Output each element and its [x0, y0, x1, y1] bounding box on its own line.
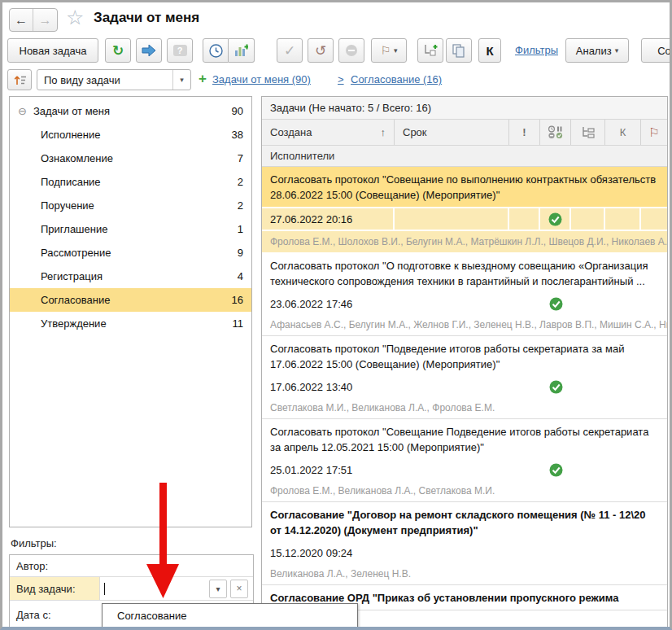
- analysis-button[interactable]: Анализ▾: [565, 38, 629, 63]
- task-k: [605, 293, 641, 314]
- task-row[interactable]: Согласовать протокол "О подготовке к вые…: [262, 253, 667, 336]
- hierarchy-icon: [581, 126, 596, 138]
- back-button[interactable]: ←: [10, 9, 33, 31]
- column-flag[interactable]: ⚐: [641, 120, 667, 145]
- restart-button[interactable]: ↺: [308, 38, 334, 63]
- kind-label: Вид задачи:: [10, 577, 99, 600]
- sort-button[interactable]: [7, 69, 32, 90]
- chevron-down-icon: ▾: [615, 46, 619, 55]
- task-flag: [641, 376, 667, 397]
- done-check-icon: [549, 297, 563, 311]
- dropdown-popup: Согласование: [102, 603, 358, 628]
- filters-link[interactable]: Фильтры: [515, 44, 558, 56]
- tree-item-registracia[interactable]: Регистрация4: [10, 265, 251, 288]
- column-deadline-label: Срок: [403, 126, 427, 138]
- redirect-button[interactable]: [136, 38, 162, 63]
- new-task-button[interactable]: Новая задача: [7, 38, 98, 63]
- dropdown-item-soglasovanie[interactable]: Согласование: [117, 610, 186, 622]
- nav-button-group: ← →: [9, 8, 58, 32]
- column-created-label: Создана: [270, 126, 312, 138]
- tree-item-utverzhdenie[interactable]: Утверждение11: [10, 312, 251, 335]
- refresh-button[interactable]: ↻: [105, 38, 131, 63]
- text-cursor: [104, 583, 105, 595]
- report-button[interactable]: [229, 38, 255, 63]
- task-status: [540, 459, 571, 480]
- task-executors: Афанасьев А.С., Белугин М.А., Желнов Г.И…: [262, 314, 667, 335]
- task-title: Согласовать протокол "Подведение итогов …: [262, 336, 667, 376]
- tree-item-soglasovanie[interactable]: Согласование16: [10, 288, 251, 312]
- question-bubble-icon: ?: [173, 45, 187, 56]
- forward-arrow-icon: [142, 45, 156, 56]
- task-priority: [509, 293, 540, 314]
- create-label: Созд: [657, 45, 672, 57]
- favorite-star-icon[interactable]: ☆: [66, 6, 84, 29]
- done-check-icon: [549, 380, 563, 394]
- cancel-button[interactable]: [338, 38, 364, 63]
- task-created: 23.06.2022 17:46: [262, 293, 395, 314]
- undo-icon: ↺: [315, 44, 326, 58]
- task-created: 25.01.2022 17:51: [262, 459, 395, 480]
- tree-item-label: Поручение: [41, 199, 94, 212]
- chevron-down-icon: ▾: [216, 584, 220, 593]
- subtask-button[interactable]: [417, 38, 443, 63]
- create-based-button[interactable]: Созд: [641, 38, 672, 63]
- task-row[interactable]: Согласовать протокол "Подведение итогов …: [262, 336, 667, 419]
- column-hierarchy[interactable]: [571, 120, 605, 145]
- copy-button[interactable]: [446, 38, 472, 63]
- flag-menu-button[interactable]: ⚐▾: [371, 38, 407, 63]
- forward-button[interactable]: →: [33, 9, 57, 31]
- task-date-row: 17.06.2022 13:40: [262, 376, 667, 397]
- task-created: 27.06.2022 20:16: [262, 208, 393, 230]
- tree-item-label: Согласование: [41, 294, 110, 306]
- task-row[interactable]: Согласовать протокол "Совещание Подведен…: [262, 419, 667, 502]
- chevron-down-icon: ▾: [394, 46, 398, 55]
- column-priority[interactable]: !: [509, 120, 540, 145]
- priority-icon: !: [522, 126, 526, 138]
- column-status[interactable]: [540, 120, 571, 145]
- copy-icon: [452, 44, 465, 58]
- collapse-icon[interactable]: ⊖: [18, 105, 27, 117]
- task-deadline: [395, 293, 509, 314]
- task-executors: Фролова Е.М., Шолохов В.И., Белугин М.А.…: [262, 231, 667, 252]
- page-title: Задачи от меня: [94, 10, 199, 26]
- task-flag: [641, 293, 667, 314]
- kind-dropdown-button[interactable]: ▾: [209, 580, 227, 598]
- clock-icon: [209, 44, 223, 58]
- kind-clear-button[interactable]: ×: [230, 580, 248, 598]
- task-row[interactable]: Согласование "Договор на ремонт складско…: [262, 502, 667, 585]
- filter-row-kind: Вид задачи: ▾ ×: [10, 577, 253, 601]
- tree-root-row[interactable]: ⊖ Задачи от меня 90: [10, 99, 251, 123]
- tree-item-ispolnenie[interactable]: Исполнение38: [10, 123, 251, 147]
- k-button[interactable]: К: [478, 38, 501, 63]
- filter-row-author[interactable]: Автор:: [10, 555, 253, 577]
- column-deadline[interactable]: Срок: [395, 120, 509, 145]
- tree-add-icon: [423, 44, 438, 57]
- tree-item-podpisanie[interactable]: Подписание2: [10, 170, 251, 194]
- tree-item-label: Приглашение: [41, 223, 107, 235]
- tree-item-rassmotrenie[interactable]: Рассмотрение9: [10, 241, 251, 265]
- task-flag: [641, 459, 667, 480]
- task-title: Согласовать протокол "Совещание Подведен…: [262, 419, 667, 459]
- tree-item-poruchenie[interactable]: Поручение2: [10, 194, 251, 217]
- tree-item-count: 38: [232, 129, 243, 141]
- tree-item-count: 4: [238, 270, 243, 282]
- task-hierarchy: [571, 208, 604, 230]
- tree-item-oznakomlenie[interactable]: Ознакомление7: [10, 147, 251, 170]
- tree-item-count: 9: [238, 247, 243, 259]
- status-icons-group-icon: [548, 125, 564, 139]
- filters-caption: Фильтры:: [11, 537, 57, 549]
- task-row[interactable]: Согласовать протокол "Совещание по выпол…: [262, 167, 667, 253]
- breadcrumb-root-link[interactable]: Задачи от меня (90): [212, 73, 311, 85]
- task-date-row: 27.06.2022 20:16: [262, 208, 667, 230]
- column-created[interactable]: Создана↑: [262, 120, 395, 145]
- tree-item-priglashenie[interactable]: Приглашение1: [10, 217, 251, 241]
- question-button[interactable]: ?: [167, 38, 193, 63]
- time-button[interactable]: [203, 38, 229, 63]
- execute-button[interactable]: ✓: [277, 38, 303, 63]
- column-k[interactable]: К: [605, 120, 641, 145]
- breadcrumb-current-link[interactable]: Согласование (16): [351, 73, 442, 85]
- add-filter-plus-icon[interactable]: +: [199, 71, 207, 87]
- group-by-select[interactable]: По виду задачи ▾: [37, 69, 191, 90]
- task-date-row: 23.06.2022 17:46: [262, 293, 667, 314]
- task-title: Согласовать протокол "О подготовке к вые…: [262, 253, 667, 293]
